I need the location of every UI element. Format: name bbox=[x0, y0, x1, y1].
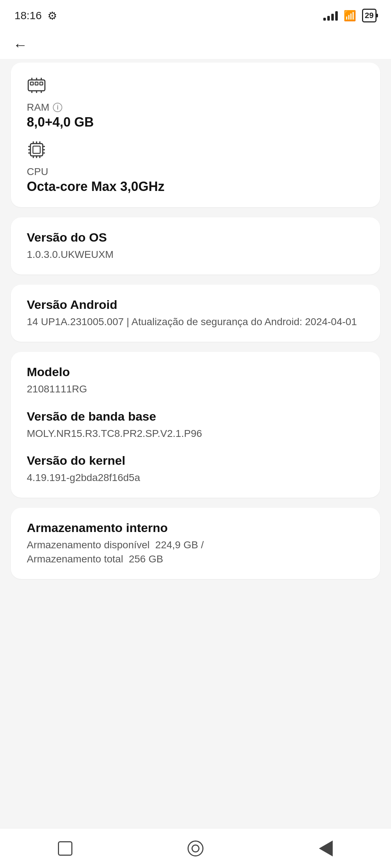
battery-indicator: 29 bbox=[362, 9, 377, 22]
bottom-nav bbox=[0, 828, 391, 868]
model-section: Modelo 21081111RG bbox=[27, 365, 364, 396]
android-card: Versão Android 14 UP1A.231005.007 | Atua… bbox=[11, 285, 380, 342]
svg-rect-1 bbox=[30, 82, 33, 85]
os-value: 1.0.3.0.UKWEUXM bbox=[27, 247, 364, 261]
cpu-label: CPU bbox=[27, 166, 364, 178]
cpu-section: CPU Octa-core Max 3,0GHz bbox=[27, 140, 364, 194]
kernel-value: 4.19.191-g2bda28f16d5a bbox=[27, 471, 364, 485]
signal-icon bbox=[323, 10, 338, 21]
nav-back-area: ← bbox=[0, 28, 391, 59]
back-nav-button[interactable] bbox=[311, 838, 340, 859]
storage-total: Armazenamento total 256 GB bbox=[27, 552, 364, 566]
settings-icon: ⚙ bbox=[47, 9, 57, 22]
cpu-value: Octa-core Max 3,0GHz bbox=[27, 179, 364, 194]
main-content: RAM i 8,0+4,0 GB bbox=[0, 59, 391, 583]
status-right: 📶 29 bbox=[323, 9, 377, 22]
status-bar: 18:16 ⚙ 📶 29 bbox=[0, 0, 391, 28]
home-button[interactable] bbox=[181, 838, 210, 859]
baseband-section: Versão de banda base MOLY.NR15.R3.TC8.PR… bbox=[27, 409, 364, 441]
kernel-section: Versão do kernel 4.19.191-g2bda28f16d5a bbox=[27, 454, 364, 485]
wifi-icon: 📶 bbox=[344, 10, 356, 22]
hardware-card: RAM i 8,0+4,0 GB bbox=[11, 63, 380, 207]
svg-rect-2 bbox=[35, 82, 38, 85]
storage-card: Armazenamento interno Armazenamento disp… bbox=[11, 508, 380, 579]
ram-section: RAM i 8,0+4,0 GB bbox=[27, 76, 364, 130]
baseband-title: Versão de banda base bbox=[27, 409, 364, 424]
battery-level: 29 bbox=[365, 11, 374, 20]
home-icon bbox=[188, 841, 203, 856]
svg-rect-3 bbox=[40, 82, 43, 85]
ram-value: 8,0+4,0 GB bbox=[27, 115, 364, 130]
baseband-value: MOLY.NR15.R3.TC8.PR2.SP.V2.1.P96 bbox=[27, 426, 364, 441]
back-nav-icon bbox=[319, 841, 333, 856]
back-button[interactable]: ← bbox=[13, 37, 28, 53]
status-left: 18:16 ⚙ bbox=[14, 9, 57, 22]
time: 18:16 bbox=[14, 9, 42, 22]
storage-title: Armazenamento interno bbox=[27, 521, 364, 535]
recents-button[interactable] bbox=[51, 838, 80, 859]
svg-rect-11 bbox=[33, 146, 40, 153]
storage-available: Armazenamento disponível 224,9 GB / bbox=[27, 538, 364, 552]
kernel-title: Versão do kernel bbox=[27, 454, 364, 468]
recents-icon bbox=[58, 841, 72, 856]
details-card: Modelo 21081111RG Versão de banda base M… bbox=[11, 352, 380, 498]
android-value: 14 UP1A.231005.007 | Atualização de segu… bbox=[27, 315, 364, 329]
os-card: Versão do OS 1.0.3.0.UKWEUXM bbox=[11, 217, 380, 275]
os-title: Versão do OS bbox=[27, 230, 364, 244]
ram-label: RAM i bbox=[27, 102, 364, 113]
svg-rect-10 bbox=[30, 144, 43, 156]
model-title: Modelo bbox=[27, 365, 364, 379]
cpu-icon bbox=[27, 140, 364, 162]
ram-info-icon[interactable]: i bbox=[53, 103, 62, 112]
android-title: Versão Android bbox=[27, 298, 364, 312]
model-value: 21081111RG bbox=[27, 382, 364, 396]
ram-icon bbox=[27, 76, 364, 98]
